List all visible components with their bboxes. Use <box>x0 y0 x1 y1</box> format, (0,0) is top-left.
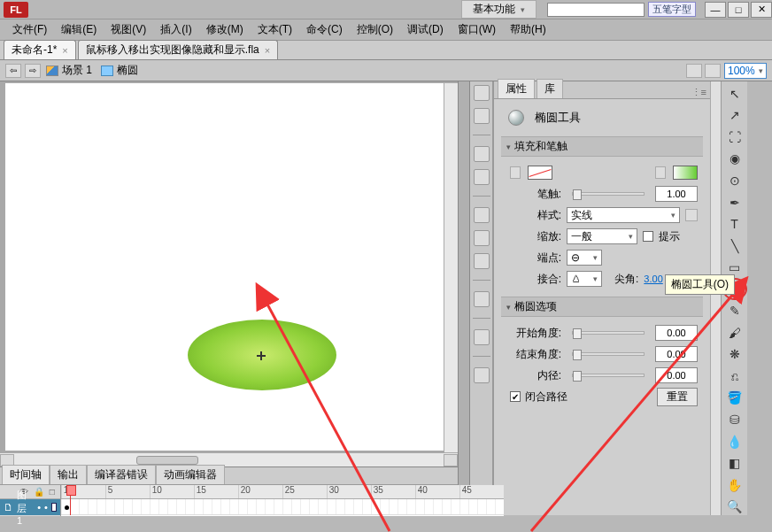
stroke-color-swatch[interactable] <box>528 166 552 180</box>
vertical-scrollbar[interactable] <box>444 83 458 452</box>
selection-tool[interactable]: ↖ <box>725 85 745 103</box>
panel-icon[interactable] <box>474 367 490 383</box>
bottom-tab[interactable]: 时间轴 <box>2 465 50 484</box>
start-angle-value[interactable]: 0.00 <box>655 325 698 341</box>
scroll-right-icon[interactable] <box>444 454 458 466</box>
menu-item[interactable]: 文本(T) <box>251 20 299 39</box>
panel-divider[interactable] <box>458 81 470 515</box>
keyframe[interactable] <box>63 503 70 512</box>
end-angle-slider[interactable] <box>572 352 645 356</box>
panel-icon[interactable] <box>474 329 490 345</box>
fill-color-swatch[interactable] <box>673 166 698 180</box>
scroll-thumb[interactable] <box>136 456 198 465</box>
forward-button[interactable]: ⇨ <box>25 64 41 78</box>
edit-style-icon[interactable] <box>685 209 698 221</box>
symbol-crumb[interactable]: 椭圆 <box>101 63 138 78</box>
end-angle-value[interactable]: 0.00 <box>655 346 698 362</box>
bone-tool[interactable]: ⎌ <box>725 367 745 385</box>
subselection-tool[interactable]: ↗ <box>725 107 745 125</box>
pen-tool[interactable]: ✒ <box>725 194 745 212</box>
menu-item[interactable]: 修改(M) <box>199 20 251 39</box>
stage-viewport[interactable] <box>0 81 458 452</box>
workspace-switcher[interactable]: 基本功能 <box>461 0 537 19</box>
menu-item[interactable]: 编辑(E) <box>54 20 104 39</box>
cap-dropdown[interactable]: ⊖ <box>567 250 602 266</box>
section-header-fill[interactable]: 填充和笔触 <box>501 136 703 157</box>
outline-icon[interactable]: □ <box>50 487 55 497</box>
menu-item[interactable]: 控制(O) <box>350 20 400 39</box>
panel-scrollbar[interactable] <box>710 81 721 515</box>
prop-tab[interactable]: 属性 <box>498 79 535 98</box>
layer-row[interactable]: 🗋 图层 1 •• <box>0 499 60 515</box>
deco-tool[interactable]: ❋ <box>725 346 745 364</box>
menu-item[interactable]: 窗口(W) <box>451 20 503 39</box>
scale-label: 缩放: <box>510 229 561 244</box>
menu-item[interactable]: 帮助(H) <box>503 20 553 39</box>
panel-icon[interactable] <box>474 230 490 246</box>
free-transform-tool[interactable]: ⛶ <box>725 128 745 146</box>
menu-item[interactable]: 调试(D) <box>400 20 451 39</box>
panel-menu-icon[interactable]: ⋮≡ <box>691 87 706 98</box>
menu-item[interactable]: 文件(F) <box>5 20 54 39</box>
close-button[interactable]: ✕ <box>751 2 772 18</box>
panel-icon[interactable] <box>474 291 490 307</box>
frame-area[interactable]: 151015202530354045 <box>61 485 504 516</box>
eraser-tool[interactable]: ◧ <box>725 454 745 472</box>
rectangle-tool[interactable]: ▭ <box>725 258 745 276</box>
edit-symbol-icon[interactable] <box>705 64 721 78</box>
reset-button[interactable]: 重置 <box>657 388 698 406</box>
paint-bucket-tool[interactable]: 🪣 <box>725 389 745 407</box>
bottom-tab[interactable]: 编译器错误 <box>87 465 156 484</box>
zoom-tool[interactable]: 🔍 <box>725 497 745 515</box>
playhead[interactable] <box>70 485 71 515</box>
bottom-tab[interactable]: 动画编辑器 <box>156 465 225 484</box>
pencil-tool[interactable]: ✎ <box>725 302 745 320</box>
scale-dropdown[interactable]: 一般 <box>567 228 637 244</box>
maximize-button[interactable]: □ <box>728 2 749 18</box>
minimize-button[interactable]: — <box>705 2 726 18</box>
panel-icon[interactable] <box>474 207 490 223</box>
start-angle-slider[interactable] <box>572 331 645 335</box>
text-tool[interactable]: T <box>725 215 745 233</box>
lock-icon[interactable]: 🔒 <box>34 487 44 497</box>
eyedropper-tool[interactable]: 💧 <box>725 433 745 451</box>
close-tab-icon[interactable]: × <box>62 45 67 56</box>
search-input[interactable] <box>547 3 645 17</box>
menu-item[interactable]: 插入(I) <box>153 20 198 39</box>
document-tab[interactable]: 未命名-1*× <box>4 40 76 59</box>
line-tool[interactable]: ╲ <box>725 237 745 255</box>
menu-item[interactable]: 命令(C) <box>299 20 350 39</box>
bottom-panel: 时间轴输出编译器错误动画编辑器 👁🔒□ 🗋 图层 1 •• 1510152025… <box>0 466 458 515</box>
hand-tool[interactable]: ✋ <box>725 476 745 494</box>
stage[interactable] <box>5 83 452 451</box>
close-path-checkbox[interactable]: ✔ <box>510 391 521 402</box>
hinting-checkbox[interactable] <box>643 231 653 242</box>
panel-icon[interactable] <box>474 253 490 269</box>
panel-icon[interactable] <box>474 108 490 124</box>
miter-value[interactable]: 3.00 <box>644 274 662 284</box>
lasso-tool[interactable]: ⊙ <box>725 172 745 189</box>
zoom-dropdown[interactable]: 100% <box>724 63 767 79</box>
scene-crumb[interactable]: 场景 1 <box>46 63 92 78</box>
inner-radius-slider[interactable] <box>572 374 645 377</box>
ink-bottle-tool[interactable]: ⛁ <box>725 411 745 428</box>
prop-tab[interactable]: 库 <box>537 79 563 98</box>
3d-rotation-tool[interactable]: ◉ <box>725 150 745 168</box>
inner-radius-value[interactable]: 0.00 <box>655 367 698 383</box>
panel-icon[interactable] <box>474 169 490 185</box>
join-dropdown[interactable]: ⩟ <box>567 271 602 287</box>
panel-icon[interactable] <box>474 85 490 101</box>
section-header-oval[interactable]: 椭圆选项 <box>501 297 703 317</box>
style-dropdown[interactable]: 实线 <box>567 207 680 223</box>
end-angle-label: 结束角度: <box>510 347 561 362</box>
brush-tool[interactable]: 🖌 <box>725 324 745 342</box>
menu-item[interactable]: 视图(V) <box>104 20 153 39</box>
bottom-tab[interactable]: 输出 <box>50 465 87 484</box>
panel-icon[interactable] <box>474 146 490 162</box>
close-tab-icon[interactable]: × <box>265 45 270 56</box>
document-tab[interactable]: 鼠标移入移出实现图像隐藏和显示.fla× <box>78 40 278 59</box>
stroke-slider[interactable] <box>572 192 645 196</box>
edit-scene-icon[interactable] <box>686 64 702 78</box>
stroke-value[interactable]: 1.00 <box>655 186 698 202</box>
back-button[interactable]: ⇦ <box>5 64 21 78</box>
